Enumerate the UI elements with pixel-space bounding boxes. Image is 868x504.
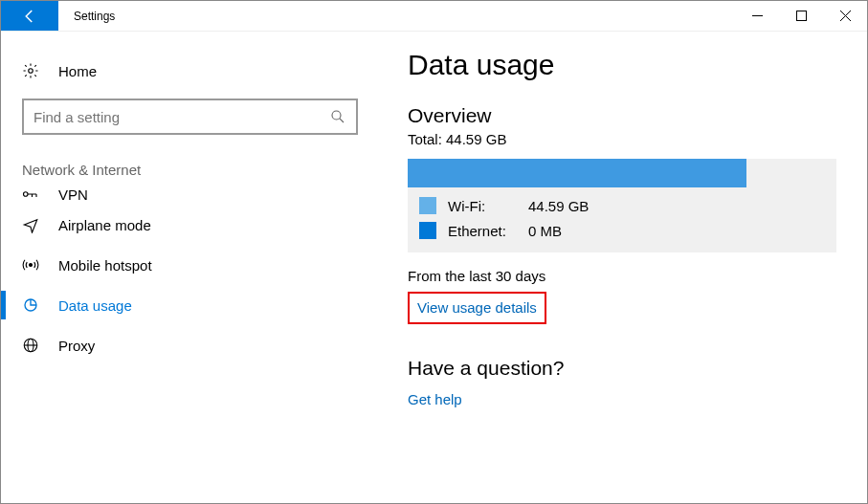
highlight-box: View usage details: [408, 292, 546, 324]
sidebar-item-label: VPN: [58, 186, 88, 203]
back-button[interactable]: [1, 1, 58, 31]
legend-label: Ethernet:: [448, 223, 517, 239]
proxy-icon: [22, 337, 39, 354]
vpn-icon: [22, 186, 39, 203]
search-box[interactable]: [22, 99, 358, 135]
minimize-icon: [752, 11, 763, 21]
titlebar: Settings: [1, 1, 867, 32]
close-icon: [840, 11, 851, 21]
window-title: Settings: [58, 1, 130, 31]
period-label: From the last 30 days: [408, 268, 838, 284]
sidebar-item-label: Proxy: [58, 338, 95, 354]
sidebar-item-label: Mobile hotspot: [58, 257, 152, 274]
sidebar-item-data-usage[interactable]: Data usage: [1, 285, 379, 325]
usage-bar-fill: [408, 159, 746, 187]
question-title: Have a question?: [408, 357, 838, 380]
legend-row-wifi: Wi-Fi: 44.59 GB: [419, 197, 836, 214]
view-usage-details-link[interactable]: View usage details: [417, 299, 537, 316]
sidebar: Home Network & Internet VPN Ai: [1, 32, 379, 503]
svg-point-5: [332, 111, 341, 120]
usage-bar-track: [408, 159, 836, 187]
minimize-button[interactable]: [735, 1, 779, 31]
legend-swatch: [419, 222, 436, 239]
svg-line-6: [340, 119, 344, 122]
home-nav[interactable]: Home: [1, 51, 379, 91]
home-label: Home: [58, 63, 97, 79]
sidebar-item-label: Airplane mode: [58, 217, 151, 233]
legend-label: Wi-Fi:: [448, 198, 517, 214]
legend-swatch: [419, 197, 436, 214]
sidebar-item-vpn[interactable]: VPN: [1, 186, 379, 205]
sidebar-item-proxy[interactable]: Proxy: [1, 325, 379, 365]
main-pane: Data usage Overview Total: 44.59 GB Wi-F…: [379, 32, 867, 503]
get-help-link[interactable]: Get help: [408, 391, 462, 407]
search-input[interactable]: [33, 109, 329, 125]
hotspot-icon: [22, 256, 39, 274]
maximize-button[interactable]: [779, 1, 823, 31]
search-wrap: [1, 91, 379, 154]
search-icon: [329, 108, 346, 125]
maximize-icon: [796, 11, 807, 21]
svg-point-4: [29, 69, 33, 74]
svg-point-7: [24, 192, 29, 197]
sidebar-item-mobile-hotspot[interactable]: Mobile hotspot: [1, 245, 379, 285]
airplane-icon: [22, 216, 39, 233]
legend-value: 0 MB: [528, 223, 562, 239]
legend: Wi-Fi: 44.59 GB Ethernet: 0 MB: [408, 187, 836, 252]
svg-rect-1: [796, 11, 806, 21]
section-label: Network & Internet: [1, 154, 379, 186]
total-line: Total: 44.59 GB: [408, 131, 838, 147]
data-usage-icon: [22, 296, 39, 314]
overview-title: Overview: [408, 104, 838, 127]
sidebar-item-airplane-mode[interactable]: Airplane mode: [1, 205, 379, 245]
arrow-left-icon: [21, 8, 38, 25]
sidebar-item-label: Data usage: [58, 297, 132, 314]
usage-bar-wrap: Wi-Fi: 44.59 GB Ethernet: 0 MB: [408, 159, 836, 252]
content: Home Network & Internet VPN Ai: [1, 32, 867, 503]
svg-point-8: [30, 264, 33, 267]
legend-row-ethernet: Ethernet: 0 MB: [419, 222, 836, 239]
legend-value: 44.59 GB: [528, 198, 589, 214]
page-title: Data usage: [408, 49, 838, 81]
close-button[interactable]: [823, 1, 867, 31]
gear-icon: [22, 62, 39, 79]
